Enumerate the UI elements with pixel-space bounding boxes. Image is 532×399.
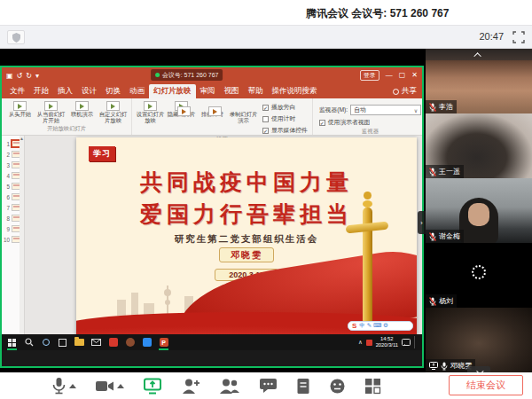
- record-icon: [208, 106, 222, 116]
- use-timings-checkbox[interactable]: 使用计时: [262, 114, 308, 123]
- participants-button[interactable]: [219, 378, 240, 395]
- tab-file[interactable]: 文件: [5, 84, 29, 98]
- show-desktop-button[interactable]: [414, 336, 417, 348]
- share-screen-icon: [143, 378, 162, 395]
- chat-button[interactable]: [259, 378, 278, 394]
- save-icon[interactable]: ▣: [6, 72, 13, 80]
- video-tile-dengxiaowen[interactable]: 邓晓雯: [426, 308, 532, 372]
- tab-review[interactable]: 审阅: [196, 84, 220, 98]
- ppt-ribbon: 从头开始 从当前幻灯片开始 联机演示 自定义幻灯片放映 开始放: [2, 98, 422, 136]
- play-narrations-checkbox[interactable]: ✓ 播放旁白: [262, 103, 308, 112]
- ppt-maximize-button[interactable]: ▢: [399, 72, 406, 79]
- invite-button[interactable]: [181, 378, 200, 395]
- ribbon-group-setup: 设置幻灯片放映 隐藏幻灯片 排练计时 录制幻灯片演示: [132, 98, 313, 135]
- reactions-button[interactable]: [329, 378, 346, 395]
- tab-home[interactable]: 开始: [29, 84, 53, 98]
- tray-badge-icon[interactable]: [366, 340, 372, 346]
- tab-transitions[interactable]: 切换: [101, 84, 125, 98]
- powerpoint-taskbar-button[interactable]: P: [159, 338, 168, 348]
- redo-icon[interactable]: ↻: [26, 72, 32, 80]
- layout-grid-icon: [364, 378, 381, 395]
- from-beginning-button[interactable]: 从头开始: [4, 100, 35, 118]
- video-tile-xiejinmei[interactable]: 谢金梅: [426, 178, 532, 243]
- emoji-icon: [329, 378, 346, 395]
- from-current-slide-button[interactable]: 从当前幻灯片开始: [35, 100, 66, 124]
- search-button[interactable]: [24, 338, 34, 348]
- thumbnail-scrollbar[interactable]: ▲: [20, 136, 24, 339]
- share-pill-text: 会议号: 571 260 767: [162, 71, 219, 80]
- share-screen-button[interactable]: [143, 378, 162, 395]
- present-online-button[interactable]: 联机演示: [66, 100, 98, 118]
- brown-app-icon: [126, 338, 135, 347]
- setup-slideshow-button[interactable]: 设置幻灯片放映: [135, 100, 166, 124]
- input-method-toolbar[interactable]: S 中 ✎ ⌨ ⚙: [348, 321, 413, 331]
- person-icon: [393, 89, 399, 95]
- tray-chevron-icon[interactable]: ∧: [358, 339, 363, 346]
- ppt-share-button[interactable]: 共享: [393, 86, 417, 98]
- study-badge: 学习: [89, 146, 115, 161]
- pearl-tower-graphic: [167, 286, 168, 316]
- mic-muted-icon: [429, 297, 436, 306]
- slide-canvas: 学习 共同战疫中国力量 爱国力行吾辈担当 研究生第二党支部组织生活会 邓晓雯 2…: [25, 136, 422, 339]
- cortana-button[interactable]: [41, 338, 51, 348]
- folder-icon: [74, 339, 84, 346]
- tab-insert[interactable]: 插入: [53, 84, 77, 98]
- show-media-controls-checkbox[interactable]: ✓ 显示媒体控件: [262, 126, 308, 135]
- sidebar-scroll-up-button[interactable]: [426, 49, 532, 60]
- layout-button[interactable]: [364, 378, 381, 395]
- tab-tell-me[interactable]: 操作说明搜索: [268, 84, 322, 98]
- powerpoint-icon: P: [160, 338, 168, 347]
- start-button[interactable]: [7, 338, 17, 348]
- tab-animations[interactable]: 动画: [125, 84, 149, 98]
- ppt-titlebar: ▣ ↺ ↻ ▾ 会议号: 571 260 767 登录 — ▢ ✕: [2, 67, 422, 83]
- fullscreen-button[interactable]: [512, 31, 525, 43]
- ppt-close-button[interactable]: ✕: [411, 72, 418, 79]
- taskbar-clock[interactable]: 14:52 2020/3/11: [376, 336, 398, 348]
- loading-spinner-icon: [472, 265, 486, 279]
- ppt-login-button[interactable]: 登录: [360, 70, 379, 81]
- mail-button[interactable]: [91, 338, 101, 348]
- monitor-dropdown[interactable]: 自动 ∨: [350, 105, 421, 115]
- shield-icon: [12, 33, 20, 43]
- mic-muted-icon: [429, 232, 436, 241]
- record-slideshow-button[interactable]: 录制幻灯片演示: [228, 100, 259, 124]
- tencent-meeting-taskbar-button[interactable]: [142, 338, 152, 348]
- presenter-view-checkbox[interactable]: ✓ 使用演示者视图: [319, 118, 421, 127]
- tab-slideshow[interactable]: 幻灯片放映: [149, 84, 196, 98]
- ribbon-group-monitor: 监视器(M): 自动 ∨ ✓ 使用演示者视图 监视器: [313, 98, 422, 135]
- participant-name: 杨刘: [439, 296, 453, 306]
- participant-face: [468, 203, 489, 226]
- mic-control[interactable]: [51, 377, 76, 395]
- tab-design[interactable]: 设计: [77, 84, 101, 98]
- qat-caret-icon[interactable]: ▾: [35, 72, 39, 80]
- app-red-button[interactable]: [108, 338, 118, 348]
- ppt-minimize-button[interactable]: —: [386, 72, 393, 79]
- file-explorer-button[interactable]: [74, 338, 84, 348]
- tab-view[interactable]: 视图: [220, 84, 244, 98]
- app-brown-button[interactable]: [125, 338, 135, 348]
- powerpoint-window: ▣ ↺ ↻ ▾ 会议号: 571 260 767 登录 — ▢ ✕: [2, 67, 422, 350]
- undo-icon[interactable]: ↺: [17, 72, 23, 80]
- task-view-icon: [59, 339, 66, 347]
- custom-slideshow-button[interactable]: 自定义幻灯片放映: [98, 100, 129, 124]
- end-meeting-button[interactable]: 结束会议: [449, 375, 523, 395]
- security-shield-button[interactable]: [7, 30, 25, 44]
- slide-thumbnail-pane[interactable]: 1 2 3 4 5 6 7 8 9 10 ▲: [2, 136, 25, 339]
- sidebar-scroll-down-button[interactable]: [467, 366, 490, 372]
- camera-control[interactable]: [95, 379, 124, 393]
- scroll-up-icon[interactable]: ▲: [20, 136, 24, 141]
- video-tile-wangyiyao[interactable]: 王一遥: [426, 113, 532, 178]
- notification-icon[interactable]: [402, 339, 411, 347]
- video-tile-yangliu[interactable]: 杨刘: [426, 243, 532, 308]
- camera-options-caret-icon[interactable]: [117, 384, 124, 388]
- invite-person-icon: [181, 378, 200, 395]
- tencent-meeting-window: 腾讯会议 会议号: 571 260 767 20:47 ▣ ↺ ↻ ▾: [0, 0, 532, 399]
- chevron-down-icon: [476, 367, 483, 372]
- mail-icon: [91, 339, 101, 346]
- docs-button[interactable]: [296, 378, 310, 395]
- mic-options-caret-icon[interactable]: [69, 384, 76, 388]
- tab-help[interactable]: 帮助: [244, 84, 268, 98]
- sidebar-collapse-button[interactable]: ›: [418, 211, 426, 234]
- task-view-button[interactable]: [58, 338, 67, 348]
- fullscreen-icon: [512, 31, 525, 43]
